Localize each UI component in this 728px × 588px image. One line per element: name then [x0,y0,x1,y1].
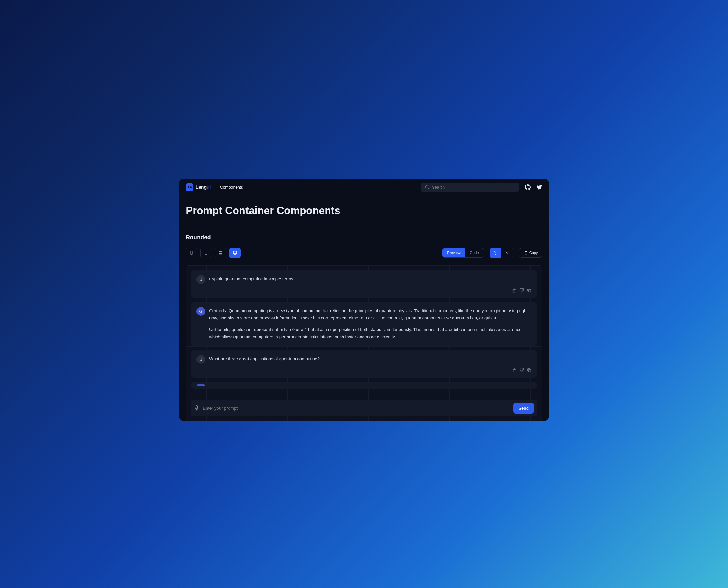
svg-rect-8 [233,251,237,253]
search-icon [425,185,429,189]
section-title: Rounded [186,234,542,241]
twitter-icon[interactable] [536,184,542,190]
avatar-bot: G [196,307,205,316]
github-icon[interactable] [525,184,531,190]
chat-message-user: U Explain quantum computing in simple te… [191,270,537,298]
copy-button[interactable]: Copy [519,248,542,257]
desktop-icon [233,251,237,255]
chat-scroll[interactable]: U Explain quantum computing in simple te… [191,270,537,396]
viewport-desktop-button[interactable] [229,248,241,258]
app-window: Langui Components Prompt Container Compo… [179,178,549,421]
copy-label: Copy [529,251,538,255]
topbar: Langui Components [179,178,549,196]
copy-message-icon[interactable] [527,288,532,293]
thumbs-up-icon[interactable] [512,288,516,293]
chat-message-user: U What are three great applications of q… [191,350,537,378]
svg-point-11 [506,252,508,253]
chat-message-bot: G Certainly! Quantum computing is a new … [191,302,537,346]
search-input[interactable] [432,185,515,190]
prompt-input-bar: Send [191,400,537,416]
message-text: What are three great applications of qua… [209,355,320,362]
viewport-tablet-button[interactable] [200,248,212,258]
mic-icon[interactable] [194,405,199,411]
view-toggle: Preview Code [442,248,484,257]
avatar-user: U [196,355,205,364]
svg-line-1 [428,188,429,189]
controls-row: Preview Code Copy [186,248,542,258]
viewport-laptop-button[interactable] [215,248,226,258]
nav-components[interactable]: Components [220,185,243,190]
send-button[interactable]: Send [513,403,534,414]
code-tab[interactable]: Code [465,248,484,257]
logo[interactable]: Langui [186,184,211,191]
message-text: Explain quantum computing in simple term… [209,275,293,283]
clipboard-icon [523,251,528,255]
thumbs-down-icon[interactable] [519,368,524,373]
svg-line-18 [506,254,506,254]
avatar-bot [196,384,205,386]
preview-area: U Explain quantum computing in simple te… [186,265,542,421]
moon-icon [493,251,498,255]
prompt-input[interactable] [203,406,510,411]
light-mode-button[interactable] [501,248,513,258]
page-title: Prompt Container Components [186,205,542,217]
svg-point-0 [426,186,428,188]
preview-tab[interactable]: Preview [443,248,465,257]
content: Prompt Container Components Rounded Prev… [179,196,549,421]
message-text: Certainly! Quantum computing is a new ty… [209,307,532,341]
sun-icon [505,251,509,255]
search-box[interactable] [421,183,519,192]
avatar-user: U [196,275,205,284]
laptop-icon [218,251,222,255]
thumbs-down-icon[interactable] [519,288,524,293]
svg-line-14 [506,251,506,252]
dark-mode-button[interactable] [490,248,501,258]
theme-toggle [490,248,513,258]
svg-rect-21 [528,289,531,292]
logo-icon [186,184,193,191]
svg-rect-20 [524,251,527,254]
tablet-icon [204,251,208,255]
message-actions [196,368,532,373]
viewport-mobile-button[interactable] [186,248,197,258]
copy-message-icon[interactable] [527,368,532,373]
logo-text: Langui [196,185,211,190]
svg-rect-22 [528,369,531,372]
svg-rect-6 [219,251,222,253]
mobile-icon [190,251,194,255]
message-actions [196,288,532,293]
chat-message-bot [191,382,537,388]
thumbs-up-icon[interactable] [512,368,516,373]
